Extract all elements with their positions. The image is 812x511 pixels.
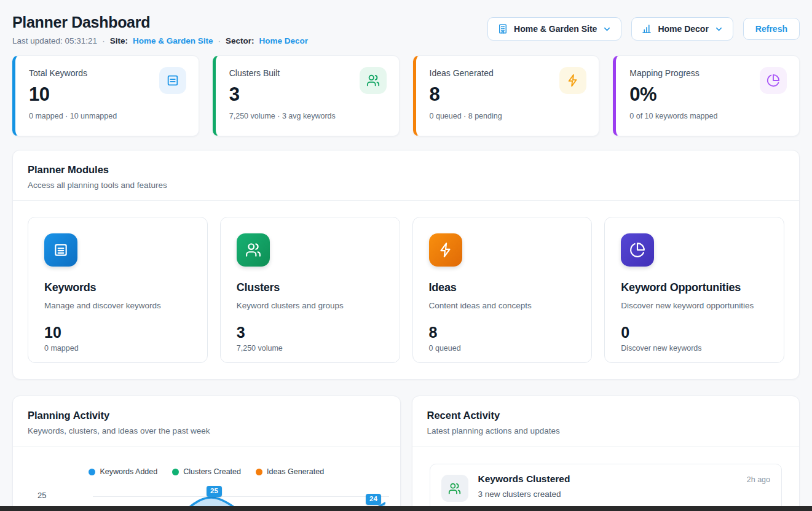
planning-activity-subtitle: Keywords, clusters, and ideas over the p… (28, 426, 385, 435)
stat-card-total-keywords: Total Keywords 10 0 mapped · 10 unmapped (12, 55, 199, 136)
module-title: Keyword Opportunities (621, 281, 768, 294)
meta-separator: · (218, 36, 221, 45)
pie-chart-icon (760, 67, 787, 94)
module-value: 0 (621, 324, 768, 341)
planning-activity-title: Planning Activity (28, 410, 385, 421)
sector-selector-label: Home Decor (658, 24, 708, 34)
header-toolbar: Home & Garden Site Home Decor Refresh (487, 17, 800, 41)
module-description: Keyword clusters and groups (237, 301, 384, 310)
bottom-row: Planning Activity Keywords, clusters, an… (12, 396, 800, 511)
dashboard-page: Planner Dashboard Last updated: 05:31:21… (0, 0, 812, 511)
stat-sub: 7,250 volume · 3 avg keywords (229, 112, 385, 120)
activity-item-keywords-clustered: Keywords Clustered 2h ago 3 new clusters… (430, 464, 782, 511)
module-description: Discover new keyword opportunities (621, 301, 768, 310)
activity-description: 3 new clusters created (478, 490, 771, 499)
stat-sub: 0 queued · 8 pending (430, 112, 586, 120)
activity-top-row: Keywords Clustered 2h ago (478, 474, 771, 485)
site-selector-button[interactable]: Home & Garden Site (487, 17, 621, 41)
module-title: Ideas (429, 281, 576, 294)
site-selector-label: Home & Garden Site (514, 24, 597, 34)
legend-item-keywords-added: Keywords Added (89, 467, 157, 476)
legend-item-clusters-created: Clusters Created (172, 467, 241, 476)
module-sub: 7,250 volume (237, 344, 384, 353)
stat-sub: 0 mapped · 10 unmapped (29, 112, 185, 120)
document-icon (159, 67, 186, 94)
point-label-badge: 25 (207, 486, 222, 497)
sector-label: Sector: (226, 36, 254, 45)
chevron-down-icon (602, 25, 612, 34)
module-sub: Discover new keywords (621, 344, 768, 353)
recent-activity-subtitle: Latest planning actions and updates (427, 426, 785, 435)
sector-selector-button[interactable]: Home Decor (631, 17, 733, 41)
site-label: Site: (110, 36, 128, 45)
header-left: Planner Dashboard Last updated: 05:31:21… (12, 12, 308, 45)
page-meta: Last updated: 05:31:21 · Site: Home & Ga… (12, 36, 308, 45)
legend-dot-green (172, 469, 179, 475)
recent-activity-panel: Recent Activity Latest planning actions … (412, 396, 800, 511)
module-value: 3 (237, 324, 384, 341)
lightning-icon (559, 67, 586, 94)
users-icon (360, 67, 387, 94)
module-card-clusters[interactable]: Clusters Keyword clusters and groups 3 7… (220, 217, 400, 363)
activity-title: Keywords Clustered (478, 474, 570, 485)
module-description: Manage and discover keywords (44, 301, 191, 310)
modules-panel-header: Planner Modules Access all planning tool… (13, 150, 799, 200)
activity-list: Keywords Clustered 2h ago 3 new clusters… (412, 447, 800, 511)
planning-activity-panel: Planning Activity Keywords, clusters, an… (12, 396, 401, 511)
users-icon (441, 475, 468, 502)
bar-chart-icon (641, 23, 652, 34)
pie-chart-icon (621, 233, 654, 267)
recent-activity-title: Recent Activity (427, 410, 785, 421)
legend-dot-orange (256, 469, 262, 475)
module-title: Clusters (237, 281, 384, 294)
building-icon (497, 23, 508, 34)
users-icon (237, 233, 270, 267)
module-card-keyword-opportunities[interactable]: Keyword Opportunities Discover new keywo… (604, 217, 784, 363)
chart-legend: Keywords Added Clusters Created Ideas Ge… (13, 467, 400, 476)
legend-label: Ideas Generated (267, 467, 324, 476)
legend-label: Keywords Added (100, 467, 157, 476)
page-title: Planner Dashboard (12, 14, 308, 31)
modules-grid: Keywords Manage and discover keywords 10… (28, 217, 784, 363)
module-sub: 0 queued (429, 344, 576, 353)
point-label-badge: 24 (366, 494, 381, 505)
last-updated-text: Last updated: 05:31:21 (12, 36, 97, 45)
meta-separator: · (102, 36, 105, 45)
modules-panel-subtitle: Access all planning tools and features (28, 181, 784, 190)
module-sub: 0 mapped (44, 344, 191, 353)
planning-activity-header: Planning Activity Keywords, clusters, an… (13, 396, 400, 446)
legend-dot-blue (89, 469, 95, 475)
module-title: Keywords (44, 281, 191, 294)
module-card-keywords[interactable]: Keywords Manage and discover keywords 10… (28, 217, 208, 363)
bottom-bar (0, 506, 812, 511)
page-header: Planner Dashboard Last updated: 05:31:21… (12, 12, 800, 45)
modules-panel-title: Planner Modules (28, 164, 784, 176)
stat-sub: 0 of 10 keywords mapped (629, 112, 786, 120)
document-icon (44, 233, 77, 267)
activity-content: Keywords Clustered 2h ago 3 new clusters… (478, 474, 771, 499)
module-value: 8 (429, 324, 576, 341)
site-link[interactable]: Home & Garden Site (133, 36, 213, 45)
sector-link[interactable]: Home Decor (259, 36, 308, 45)
legend-label: Clusters Created (183, 467, 241, 476)
stats-row: Total Keywords 10 0 mapped · 10 unmapped… (12, 55, 800, 136)
activity-timestamp: 2h ago (747, 475, 770, 484)
lightning-icon (429, 233, 462, 267)
chevron-down-icon (714, 25, 723, 34)
refresh-button[interactable]: Refresh (743, 18, 800, 40)
stat-card-clusters-built: Clusters Built 3 7,250 volume · 3 avg ke… (213, 55, 400, 136)
divider (13, 446, 400, 447)
modules-body: Keywords Manage and discover keywords 10… (13, 201, 799, 379)
module-value: 10 (44, 324, 191, 341)
stat-card-mapping-progress: Mapping Progress 0% 0 of 10 keywords map… (613, 55, 800, 136)
legend-item-ideas-generated: Ideas Generated (256, 467, 324, 476)
stat-card-ideas-generated: Ideas Generated 8 0 queued · 8 pending (413, 55, 600, 136)
planner-modules-panel: Planner Modules Access all planning tool… (12, 150, 800, 380)
recent-activity-header: Recent Activity Latest planning actions … (412, 396, 800, 446)
module-description: Content ideas and concepts (429, 301, 576, 310)
module-card-ideas[interactable]: Ideas Content ideas and concepts 8 0 que… (412, 217, 593, 363)
